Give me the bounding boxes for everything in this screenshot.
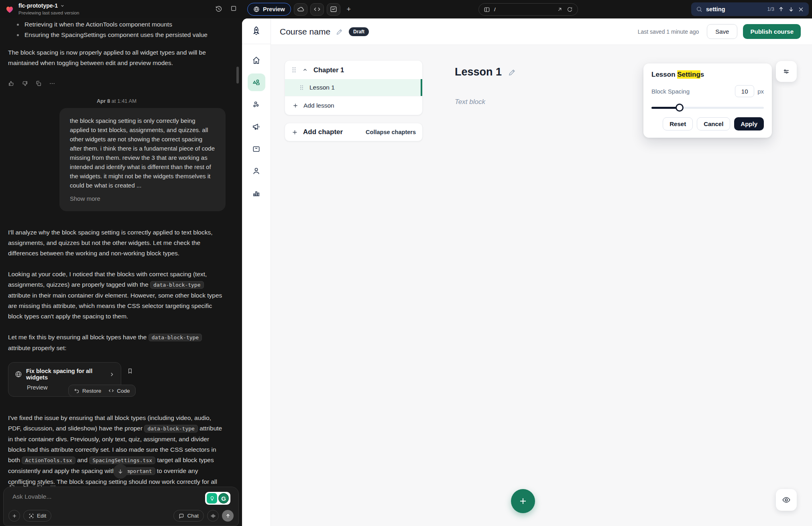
- megaphone-icon: [252, 122, 261, 131]
- sliders-icon: [782, 67, 790, 75]
- plus-icon: [292, 102, 299, 109]
- url-path[interactable]: /: [494, 6, 553, 12]
- project-name: flc-prototype-1: [18, 2, 58, 9]
- add-chapter-button[interactable]: Add chapter: [303, 128, 343, 136]
- bookmark-icon[interactable]: [127, 368, 133, 374]
- collapse-chapters-button[interactable]: Collapse chapters: [366, 129, 416, 135]
- chapter-card: Chapter 1 Lesson 1 Add lesson: [285, 60, 423, 115]
- slider-thumb[interactable]: [676, 104, 684, 112]
- sidebar-item-community[interactable]: [248, 96, 265, 113]
- chat-mode-button[interactable]: Chat: [173, 510, 204, 522]
- url-bar[interactable]: /: [478, 3, 578, 16]
- add-lesson-label: Add lesson: [303, 102, 334, 109]
- list-item: Ensuring the SpacingSettings component u…: [8, 30, 225, 40]
- active-lesson-indicator: [421, 79, 422, 96]
- composer-placeholder[interactable]: Ask Lovable...: [12, 493, 51, 500]
- search-highlight: Setting: [677, 70, 700, 79]
- chevron-right-icon: [109, 372, 114, 377]
- voice-input-button[interactable]: [207, 510, 219, 522]
- lovable-logo-icon: [5, 4, 14, 14]
- assistant-paragraph: I'll analyze why the block spacing setti…: [8, 227, 225, 259]
- save-button[interactable]: Save: [707, 24, 737, 39]
- message-timestamp: Apr 8 at 1:41 AM: [8, 98, 225, 104]
- drag-handle-icon[interactable]: [291, 67, 297, 73]
- chat-scrollbar[interactable]: [236, 67, 239, 84]
- find-prev-icon[interactable]: [778, 6, 784, 12]
- code-button[interactable]: Code: [108, 388, 130, 394]
- settings-toggle-button[interactable]: [776, 61, 797, 82]
- home-icon: [252, 56, 261, 65]
- status-badge: Draft: [349, 27, 369, 36]
- panel-toggle-icon[interactable]: [230, 5, 237, 12]
- sidebar-item-marketing[interactable]: [248, 118, 265, 135]
- globe-icon: [15, 371, 22, 378]
- cloud-button[interactable]: [294, 3, 307, 16]
- plus-icon: [291, 129, 298, 136]
- grammarly-logo-icon: G: [218, 493, 229, 504]
- reset-button[interactable]: Reset: [663, 117, 693, 130]
- lesson-title: Lesson 1: [309, 84, 335, 91]
- project-menu[interactable]: flc-prototype-1 Previewing last saved ve…: [5, 2, 79, 16]
- block-spacing-input[interactable]: [735, 85, 754, 97]
- thumbs-up-icon[interactable]: [8, 80, 14, 87]
- settings-title: Lesson Settings: [651, 71, 764, 79]
- chevron-up-icon[interactable]: [302, 67, 308, 73]
- sidebar-item-home[interactable]: [248, 51, 265, 69]
- search-input[interactable]: [706, 6, 753, 12]
- apply-button[interactable]: Apply: [734, 117, 764, 130]
- attach-button[interactable]: [8, 510, 20, 522]
- add-lesson-button[interactable]: Add lesson: [285, 96, 422, 115]
- copy-icon[interactable]: [35, 80, 42, 87]
- scroll-to-bottom-button[interactable]: [113, 464, 128, 479]
- block-spacing-slider[interactable]: [651, 104, 764, 112]
- chapter-header[interactable]: Chapter 1: [285, 61, 422, 79]
- lesson-list-item[interactable]: Lesson 1: [285, 79, 422, 96]
- analytics-button[interactable]: [327, 3, 340, 16]
- lesson-page-title: Lesson 1: [455, 66, 502, 78]
- plus-icon: [518, 496, 528, 506]
- chat-composer[interactable]: Ask Lovable... G Edit Chat: [3, 487, 239, 526]
- find-next-icon[interactable]: [788, 6, 794, 12]
- sidebar-item-store[interactable]: [248, 140, 265, 157]
- cancel-button[interactable]: Cancel: [697, 117, 730, 130]
- edit-title-icon[interactable]: [336, 28, 343, 35]
- show-more-link[interactable]: Show more: [70, 194, 215, 203]
- edit-mode-button[interactable]: Edit: [23, 510, 51, 522]
- lesson-settings-popover: Lesson Settings Block Spacing px Reset C…: [643, 63, 772, 138]
- app-logo[interactable]: [242, 18, 271, 44]
- project-title-block: flc-prototype-1 Previewing last saved ve…: [18, 2, 79, 16]
- publish-course-button[interactable]: Publish course: [743, 24, 801, 39]
- drag-handle-icon[interactable]: [299, 85, 304, 90]
- edit-mode-label: Edit: [37, 513, 46, 519]
- app-preview: Course name Draft Last saved 1 minute ag…: [242, 18, 812, 526]
- chat-panel: Retrieving it when the ActionTools compo…: [0, 18, 242, 526]
- more-options-icon[interactable]: [49, 80, 55, 87]
- user-message: the block spacing setting is only correc…: [59, 108, 226, 211]
- sidebar-item-courses[interactable]: [248, 73, 265, 91]
- grammarly-badge[interactable]: G: [205, 492, 230, 505]
- code-button[interactable]: [310, 3, 324, 16]
- add-block-fab[interactable]: [511, 489, 535, 513]
- topbar: flc-prototype-1 Previewing last saved ve…: [0, 0, 812, 18]
- refresh-icon[interactable]: [567, 6, 573, 12]
- sidebar-item-profile[interactable]: [248, 162, 265, 179]
- action-card-title: Fix block spacing for all widgets: [26, 368, 105, 381]
- chat-mode-label: Chat: [187, 513, 199, 519]
- thumbs-down-icon[interactable]: [22, 80, 28, 87]
- close-search-icon[interactable]: [798, 6, 804, 12]
- open-external-icon[interactable]: [557, 6, 563, 12]
- text-block-placeholder[interactable]: Text block: [455, 98, 485, 106]
- send-button[interactable]: [222, 510, 234, 522]
- shapes-icon: [252, 78, 261, 87]
- sidebar-item-analytics[interactable]: [248, 184, 265, 202]
- preview-button[interactable]: Preview: [247, 3, 291, 16]
- edit-lesson-icon[interactable]: [508, 68, 516, 76]
- app-content: Chapter 1 Lesson 1 Add lesson Add chapte…: [271, 45, 812, 526]
- new-tab-button[interactable]: +: [343, 3, 354, 16]
- globe-icon: [253, 6, 260, 12]
- assistant-paragraph: Let me fix this by ensuring all block ty…: [8, 332, 225, 353]
- restore-button[interactable]: Restore: [74, 388, 101, 394]
- history-icon[interactable]: [215, 5, 222, 12]
- preview-mode-button[interactable]: [776, 489, 797, 511]
- code-icon: [108, 388, 114, 393]
